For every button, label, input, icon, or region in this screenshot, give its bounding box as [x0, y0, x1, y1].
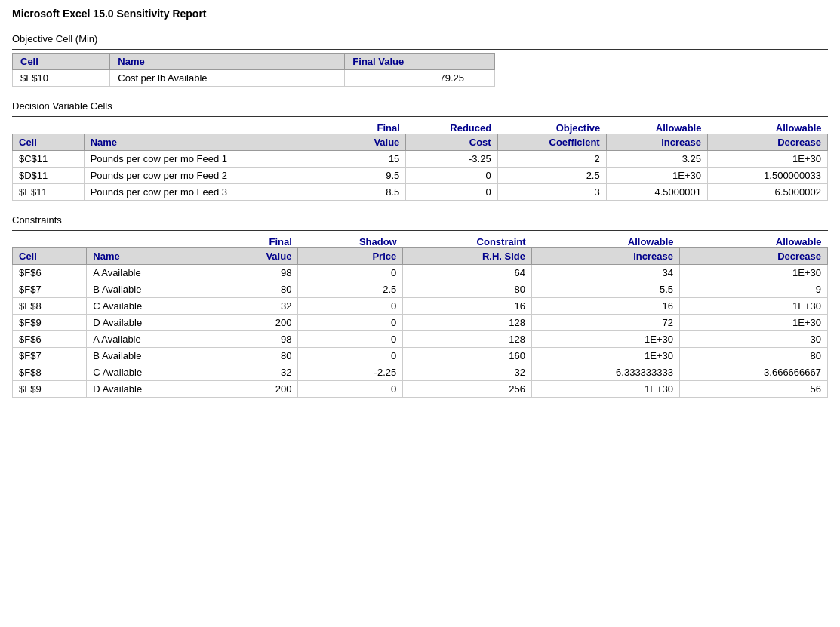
obj-name: Cost per lb Available	[110, 70, 345, 87]
con-th-top-1	[87, 234, 217, 248]
con-cell: $F$6	[13, 265, 87, 281]
dv-name: Pounds per cow per mo Feed 2	[84, 168, 340, 184]
dv-header-row: Cell Name Value Cost Coefficient Increas…	[13, 134, 828, 151]
dv-allow-inc: 4.5000001	[606, 184, 707, 201]
con-shadow-price: -2.25	[298, 364, 403, 381]
obj-header-finalvalue: Final Value	[345, 54, 495, 70]
dv-header-cell: Cell	[13, 134, 85, 151]
con-value: 32	[217, 364, 297, 381]
con-shadow-price: 0	[298, 348, 403, 364]
con-rh-side: 256	[403, 381, 532, 398]
con-th-top-shadow: Shadow	[298, 234, 403, 248]
con-row: $F$9 D Available 200 0 256 1E+30 56	[13, 381, 828, 398]
con-name: A Available	[87, 265, 217, 281]
con-allow-dec: 56	[680, 381, 828, 398]
con-th-top-constraint: Constraint	[403, 234, 532, 248]
con-rh-side: 16	[403, 298, 532, 315]
dv-cell: $E$11	[13, 184, 85, 201]
con-rh-side: 160	[403, 348, 532, 364]
con-allow-inc: 1E+30	[532, 348, 680, 364]
dv-header-coeff: Coefficient	[497, 134, 606, 151]
con-name: B Available	[87, 348, 217, 364]
obj-cell: $F$10	[13, 70, 110, 87]
dv-row: $E$11 Pounds per cow per mo Feed 3 8.5 0…	[13, 184, 828, 201]
dv-allow-inc: 3.25	[606, 151, 707, 168]
con-value: 98	[217, 331, 297, 348]
con-header-value: Value	[217, 248, 297, 265]
con-cell: $F$6	[13, 331, 87, 348]
dv-th-top-0	[13, 120, 85, 134]
con-rh-side: 80	[403, 281, 532, 298]
con-header-decrease: Decrease	[680, 248, 828, 265]
con-rh-side: 128	[403, 331, 532, 348]
decision-variables-table: Final Reduced Objective Allowable Allowa…	[12, 120, 828, 201]
con-value: 200	[217, 381, 297, 398]
dv-allow-dec: 1.500000033	[707, 168, 827, 184]
con-name: C Available	[87, 298, 217, 315]
con-shadow-price: 0	[298, 265, 403, 281]
con-allow-dec: 1E+30	[680, 315, 828, 331]
con-allow-dec: 9	[680, 281, 828, 298]
constraints-table: Final Shadow Constraint Allowable Allowa…	[12, 234, 828, 398]
con-name: D Available	[87, 315, 217, 331]
dv-header-cost: Cost	[406, 134, 497, 151]
con-cell: $F$8	[13, 298, 87, 315]
dv-cell: $D$11	[13, 168, 85, 184]
con-shadow-price: 0	[298, 331, 403, 348]
con-row: $F$8 C Available 32 -2.25 32 6.333333333…	[13, 364, 828, 381]
dv-value: 15	[340, 151, 406, 168]
dv-allow-dec: 1E+30	[707, 151, 827, 168]
con-allow-dec: 1E+30	[680, 298, 828, 315]
con-header-cell: Cell	[13, 248, 87, 265]
con-name: B Available	[87, 281, 217, 298]
dv-value: 8.5	[340, 184, 406, 201]
con-row: $F$6 A Available 98 0 64 34 1E+30	[13, 265, 828, 281]
objective-section-label: Objective Cell (Min)	[12, 33, 828, 45]
dv-name: Pounds per cow per mo Feed 1	[84, 151, 340, 168]
con-allow-inc: 5.5	[532, 281, 680, 298]
dv-header-decrease: Decrease	[707, 134, 827, 151]
con-header-name: Name	[87, 248, 217, 265]
con-shadow-price: 0	[298, 298, 403, 315]
obj-header-name: Name	[110, 54, 345, 70]
con-row: $F$6 A Available 98 0 128 1E+30 30	[13, 331, 828, 348]
dv-row: $C$11 Pounds per cow per mo Feed 1 15 -3…	[13, 151, 828, 168]
dv-th-top-reduced: Reduced	[406, 120, 497, 134]
dv-header-name: Name	[84, 134, 340, 151]
dv-header-value: Value	[340, 134, 406, 151]
con-allow-inc: 1E+30	[532, 381, 680, 398]
con-header-row: Cell Name Value Price R.H. Side Increase…	[13, 248, 828, 265]
objective-row: $F$10 Cost per lb Available 79.25	[13, 70, 495, 87]
con-header-increase: Increase	[532, 248, 680, 265]
con-rh-side: 32	[403, 364, 532, 381]
con-header-rhside: R.H. Side	[403, 248, 532, 265]
con-shadow-price: 0	[298, 315, 403, 331]
dv-reduced-cost: 0	[406, 184, 497, 201]
con-shadow-price: 2.5	[298, 281, 403, 298]
dv-obj-coeff: 3	[497, 184, 606, 201]
obj-final-value: 79.25	[345, 70, 495, 87]
con-row: $F$8 C Available 32 0 16 16 1E+30	[13, 298, 828, 315]
dv-th-top-final: Final	[340, 120, 406, 134]
dv-allow-inc: 1E+30	[606, 168, 707, 184]
con-th-top-allowdec: Allowable	[680, 234, 828, 248]
con-th-top-final: Final	[217, 234, 297, 248]
dv-header-top-row: Final Reduced Objective Allowable Allowa…	[13, 120, 828, 134]
con-cell: $F$7	[13, 281, 87, 298]
dv-allow-dec: 6.5000002	[707, 184, 827, 201]
con-allow-inc: 6.333333333	[532, 364, 680, 381]
dv-reduced-cost: -3.25	[406, 151, 497, 168]
con-allow-dec: 1E+30	[680, 265, 828, 281]
obj-header-cell: Cell	[13, 54, 110, 70]
con-rh-side: 128	[403, 315, 532, 331]
con-header-price: Price	[298, 248, 403, 265]
con-header-top-row: Final Shadow Constraint Allowable Allowa…	[13, 234, 828, 248]
con-row: $F$9 D Available 200 0 128 72 1E+30	[13, 315, 828, 331]
dv-section-label: Decision Variable Cells	[12, 100, 828, 112]
con-cell: $F$9	[13, 315, 87, 331]
con-name: C Available	[87, 364, 217, 381]
con-value: 32	[217, 298, 297, 315]
con-allow-inc: 16	[532, 298, 680, 315]
con-name: D Available	[87, 381, 217, 398]
con-allow-dec: 80	[680, 348, 828, 364]
